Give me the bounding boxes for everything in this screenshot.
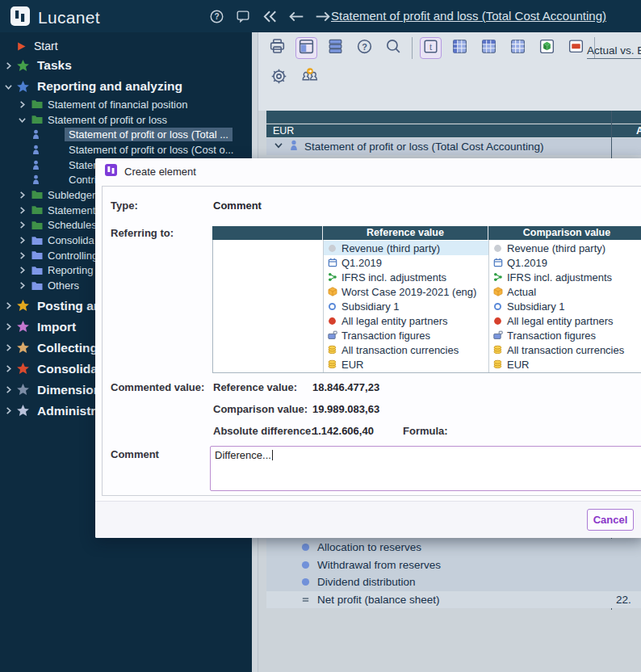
grid-rows-button[interactable] bbox=[478, 37, 500, 59]
chevron-right-icon[interactable] bbox=[18, 252, 27, 259]
chevron-right-icon[interactable] bbox=[18, 267, 27, 274]
chevron-right-icon[interactable] bbox=[18, 221, 27, 229]
help-icon[interactable]: ? bbox=[207, 6, 226, 26]
referring-table-header-comparison-value: Comparison value bbox=[488, 226, 641, 240]
sidebar-item-label: Subledger bbox=[48, 189, 95, 201]
grid-row-label: Withdrawal from reserves bbox=[317, 559, 441, 571]
dot-icon bbox=[301, 543, 310, 552]
chevron-right-icon[interactable] bbox=[18, 191, 27, 199]
help-button[interactable]: ? bbox=[354, 37, 375, 59]
sidebar-item-label: Collecting bbox=[37, 341, 98, 355]
list-item-revenue-third-party[interactable]: Revenue (third party) bbox=[489, 241, 641, 255]
list-item-subsidiary-1[interactable]: Subsidiary 1 bbox=[489, 299, 641, 313]
equals-icon bbox=[301, 595, 310, 604]
back-icon[interactable] bbox=[287, 6, 306, 26]
chevron-down-icon[interactable] bbox=[274, 141, 283, 153]
comment-input[interactable]: Difference... bbox=[210, 446, 641, 491]
chevron-down-icon[interactable] bbox=[4, 83, 13, 90]
grid-currency-header: EUR A bbox=[266, 124, 641, 137]
search-button[interactable] bbox=[383, 37, 404, 59]
cube-view-button[interactable] bbox=[536, 37, 558, 59]
list-item-actual[interactable]: Actual bbox=[489, 284, 641, 299]
sidebar-item-statement-of-profit-or-loss[interactable]: Statement of profit or loss bbox=[0, 112, 252, 128]
sidebar-item-statement-of-financial-position[interactable]: Statement of financial position bbox=[0, 97, 252, 112]
sidebar-item-reporting-and-analyzing[interactable]: Reporting and analyzing bbox=[0, 76, 252, 97]
forward-icon[interactable] bbox=[313, 6, 333, 26]
value-row-label: Comparison value: bbox=[213, 403, 308, 415]
sidebar-item-statement-of-profit-or-loss-cost-o[interactable]: Statement of profit or loss (Cost o... bbox=[0, 142, 252, 158]
sidebar-item-label: Statement of financial position bbox=[48, 99, 187, 111]
card-view-button[interactable] bbox=[565, 37, 587, 59]
chevron-right-icon[interactable] bbox=[4, 386, 13, 393]
list-item-ifrs-incl-adjustments[interactable]: IFRS incl. adjustments bbox=[489, 270, 641, 284]
grid-row-net-profit-balance-sheet[interactable]: Net profit (balance sheet)22. bbox=[266, 591, 641, 609]
chevron-right-icon[interactable] bbox=[18, 101, 27, 108]
chevron-right-icon[interactable] bbox=[4, 323, 13, 330]
sidebar-item-statement-of-profit-or-loss-total[interactable]: Statement of profit or loss (Total ... bbox=[0, 127, 252, 142]
list-item-label: Transaction figures bbox=[507, 330, 596, 342]
collapse-icon[interactable] bbox=[260, 6, 279, 26]
chevron-right-icon[interactable] bbox=[4, 365, 13, 372]
chevron-right-icon[interactable] bbox=[4, 344, 13, 351]
chevron-right-icon[interactable] bbox=[18, 207, 27, 214]
grid-rows-icon bbox=[480, 37, 498, 59]
list-item-eur[interactable]: EUR bbox=[324, 357, 488, 372]
settings-button[interactable] bbox=[268, 67, 290, 89]
chevron-right-icon[interactable] bbox=[4, 62, 13, 69]
comment-icon[interactable] bbox=[233, 6, 253, 26]
coins-icon bbox=[492, 345, 503, 355]
grid-row-allocation-to-reserves[interactable]: Allocation to reserves bbox=[266, 539, 641, 556]
star-icon bbox=[16, 341, 30, 355]
grid-row-withdrawal-from-reserves[interactable]: Withdrawal from reserves bbox=[266, 556, 641, 574]
rows-view-button[interactable] bbox=[325, 37, 346, 59]
list-item-worst-case-2019-2021-eng[interactable]: Worst Case 2019-2021 (eng) bbox=[324, 284, 488, 299]
list-item-ifrs-incl-adjustments[interactable]: IFRS incl. adjustments bbox=[324, 270, 488, 284]
grid-row-dividend-distribution[interactable]: Dividend distribution bbox=[266, 573, 641, 591]
list-item-label: IFRS incl. adjustments bbox=[341, 271, 446, 284]
chevron-right-icon[interactable] bbox=[18, 237, 27, 244]
list-item-all-transaction-currencies[interactable]: All transaction currencies bbox=[489, 342, 641, 357]
sidebar-item-label: Statement of profit or loss (Total ... bbox=[65, 128, 233, 141]
list-item-transaction-figures[interactable]: Transaction figures bbox=[324, 328, 488, 342]
referring-table-body: Revenue (third party)Q1.2019IFRS incl. a… bbox=[212, 240, 641, 373]
comparison-view-select[interactable]: Actual vs. Bu bbox=[587, 44, 641, 59]
list-item-q1-2019[interactable]: Q1.2019 bbox=[489, 255, 641, 270]
text-caret bbox=[272, 450, 273, 460]
calendar-icon bbox=[492, 258, 503, 267]
circle-gray-icon bbox=[327, 244, 337, 253]
list-item-subsidiary-1[interactable]: Subsidiary 1 bbox=[324, 299, 488, 313]
list-item-all-legal-entity-partners[interactable]: All legal entity partners bbox=[489, 313, 641, 328]
list-item-transaction-figures[interactable]: Transaction figures bbox=[489, 328, 641, 342]
layout-button[interactable] bbox=[295, 37, 317, 59]
chevron-down-icon[interactable] bbox=[18, 116, 27, 124]
sidebar-item-tasks[interactable]: Tasks bbox=[0, 55, 252, 76]
grid-columns-button[interactable] bbox=[449, 37, 471, 59]
list-item-label: All legal entity partners bbox=[507, 315, 614, 327]
star-icon bbox=[16, 299, 30, 313]
chevron-right-icon[interactable] bbox=[4, 302, 13, 309]
coins-icon bbox=[327, 359, 337, 369]
coins-icon bbox=[327, 345, 337, 355]
grid-root-row[interactable]: Statement of profit or loss (Total Cost … bbox=[266, 138, 641, 155]
list-item-eur[interactable]: EUR bbox=[489, 357, 641, 372]
comment-label: Comment bbox=[111, 448, 159, 460]
cancel-button[interactable]: Cancel bbox=[587, 509, 634, 531]
print-button[interactable] bbox=[266, 37, 288, 59]
text-cell-button[interactable]: t bbox=[420, 37, 442, 59]
sidebar-item-start[interactable]: Start bbox=[0, 37, 252, 55]
grid-row-label: Net profit (balance sheet) bbox=[317, 594, 440, 606]
list-item-q1-2019[interactable]: Q1.2019 bbox=[324, 255, 488, 270]
chevron-right-icon[interactable] bbox=[18, 282, 27, 289]
chevron-right-icon[interactable] bbox=[4, 407, 13, 414]
permissions-icon bbox=[300, 67, 321, 89]
grid-all-button[interactable] bbox=[507, 37, 529, 59]
list-item-all-legal-entity-partners[interactable]: All legal entity partners bbox=[324, 313, 488, 328]
permissions-button[interactable] bbox=[300, 67, 321, 89]
commented-value-row-absolute-difference: Absolute difference:1.142.606,40Formula: bbox=[103, 425, 641, 441]
grid-bottom-rows: Allocation to reservesWithdrawal from re… bbox=[266, 539, 641, 608]
list-item-all-transaction-currencies[interactable]: All transaction currencies bbox=[324, 342, 488, 357]
folder-icon bbox=[31, 250, 43, 260]
list-item-revenue-third-party[interactable]: Revenue (third party) bbox=[324, 241, 488, 255]
page-title[interactable]: Statement of profit and loss (Total Cost… bbox=[331, 9, 606, 23]
list-item-label: Q1.2019 bbox=[341, 257, 382, 269]
